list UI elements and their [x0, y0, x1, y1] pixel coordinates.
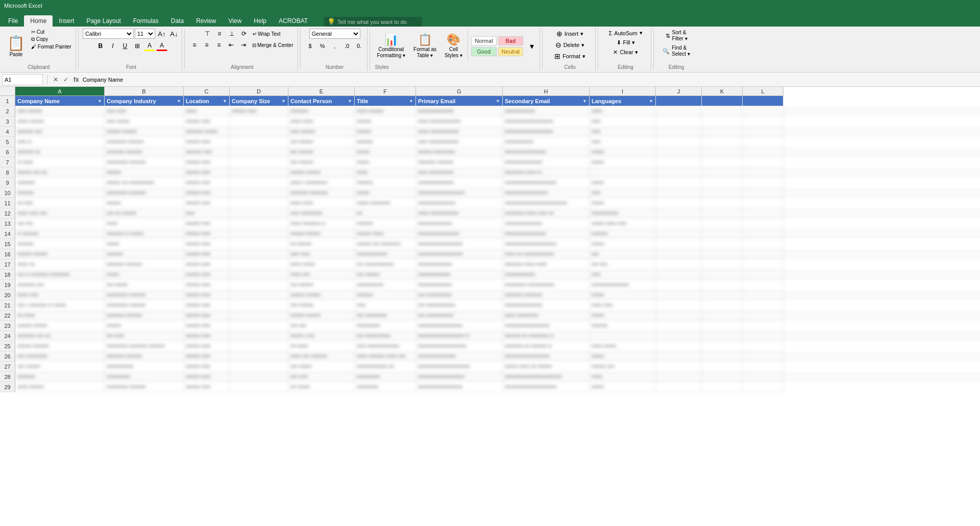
increase-indent-button[interactable]: ⇥: [238, 40, 249, 50]
data-cell[interactable]: •••••••• ••• ••••••••••••••: [105, 178, 184, 188]
data-cell[interactable]: •••••••••••••••••••••••••: [503, 321, 590, 331]
tab-view[interactable]: View: [223, 15, 248, 27]
data-cell[interactable]: •• ••••••: [15, 157, 105, 168]
cell-L1[interactable]: [743, 96, 783, 106]
data-cell[interactable]: [656, 362, 702, 372]
confirm-formula-icon[interactable]: ✓: [62, 76, 70, 84]
cell-F1[interactable]: Title ▼: [355, 96, 416, 106]
data-cell[interactable]: [656, 351, 702, 362]
data-cell[interactable]: [230, 229, 288, 239]
orientation-button[interactable]: ⟳: [238, 29, 250, 39]
data-cell[interactable]: •••••••••••••••••••••: [503, 300, 590, 310]
data-cell[interactable]: •••• ••••••••: [15, 362, 105, 372]
data-cell[interactable]: [743, 116, 783, 127]
data-cell[interactable]: •••••• ••••••••• •••••• ••••: [355, 351, 416, 362]
styles-scroll-button[interactable]: ▾: [526, 41, 537, 51]
data-cell[interactable]: •••• ••••••••: [288, 157, 355, 168]
data-cell[interactable]: [590, 168, 656, 178]
tab-data[interactable]: Data: [165, 15, 190, 27]
data-cell[interactable]: ••••••: [105, 219, 184, 229]
data-cell[interactable]: •••••••••• •••••••••: [105, 259, 184, 270]
align-left-button[interactable]: ≡: [189, 40, 200, 50]
data-cell[interactable]: [656, 116, 702, 127]
data-cell[interactable]: •••••• ••••••••••••: [503, 310, 590, 321]
data-cell[interactable]: ••••••••• ••• ••••••••••• ••: [503, 331, 590, 341]
data-cell[interactable]: •••••••••••••••••••: [416, 259, 503, 270]
data-cell[interactable]: ••••••••••• •••••• ••••• •••: [503, 208, 590, 219]
data-cell[interactable]: •••• ••••••••••••: [15, 351, 105, 362]
data-cell[interactable]: ••••••: [590, 372, 656, 382]
data-cell[interactable]: •••••••••: [355, 178, 416, 188]
fill-button[interactable]: ⬇ Fill ▾: [615, 38, 637, 47]
data-cell[interactable]: •••••: [590, 116, 656, 127]
data-cell[interactable]: [702, 341, 743, 351]
filter-A1[interactable]: ▼: [97, 99, 102, 104]
fill-color-button[interactable]: A: [144, 41, 155, 51]
data-cell[interactable]: •••• ••••••••: [288, 280, 355, 290]
data-cell[interactable]: •••• ••••••••••••••••: [355, 259, 416, 270]
data-cell[interactable]: [656, 178, 702, 188]
data-cell[interactable]: [743, 310, 783, 321]
data-cell[interactable]: ••••••••• •••••: [184, 147, 230, 157]
data-cell[interactable]: •••• • •••••••••• •• •••••••: [15, 300, 105, 310]
data-cell[interactable]: •••: [355, 208, 416, 219]
data-cell[interactable]: [702, 219, 743, 229]
data-cell[interactable]: ••••• •••••: [105, 106, 184, 116]
data-cell[interactable]: •••••••• •••••: [184, 300, 230, 310]
data-cell[interactable]: •••••••••••••••••••••••••••••: [503, 239, 590, 249]
data-cell[interactable]: [743, 208, 783, 219]
data-cell[interactable]: •••• ••••: [288, 321, 355, 331]
data-cell[interactable]: [702, 208, 743, 219]
data-cell[interactable]: [702, 127, 743, 137]
col-header-F[interactable]: F: [355, 87, 416, 96]
wrap-text-button[interactable]: ↵ Wrap Text: [251, 29, 283, 39]
data-cell[interactable]: •••••: [355, 300, 416, 310]
data-cell[interactable]: [656, 382, 702, 392]
data-cell[interactable]: •••• •• •••••••••• •••••••••••: [15, 270, 105, 280]
data-cell[interactable]: •••••••• •••• •••••••••••: [355, 239, 416, 249]
data-cell[interactable]: [702, 239, 743, 249]
data-cell[interactable]: •••••••••• ••••••••••: [288, 188, 355, 198]
data-cell[interactable]: •••••••••••• •••••••••: [105, 157, 184, 168]
data-cell[interactable]: [656, 270, 702, 280]
data-cell[interactable]: •••••••• ••••••••: [288, 290, 355, 300]
data-cell[interactable]: [743, 106, 783, 116]
data-cell[interactable]: [656, 208, 702, 219]
data-cell[interactable]: ••••••••: [105, 321, 184, 331]
data-cell[interactable]: [743, 259, 783, 270]
data-cell[interactable]: •••••••••• •••••••••: [105, 351, 184, 362]
data-cell[interactable]: •••••••• •••••: [184, 239, 230, 249]
data-cell[interactable]: ••••••••••••••••••••: [416, 178, 503, 188]
data-cell[interactable]: ••••: [590, 249, 656, 259]
paste-button[interactable]: 📋 Paste: [4, 29, 28, 63]
data-cell[interactable]: [230, 188, 288, 198]
data-cell[interactable]: ••••••••••: [15, 372, 105, 382]
data-cell[interactable]: [702, 300, 743, 310]
data-cell[interactable]: ••••• •••••: [288, 249, 355, 259]
data-cell[interactable]: ••••••••••• •••••• ••: [503, 168, 590, 178]
tab-review[interactable]: Review: [190, 15, 222, 27]
data-cell[interactable]: •••••••••••••: [355, 321, 416, 331]
data-cell[interactable]: [656, 168, 702, 178]
font-size-select[interactable]: 11: [135, 29, 155, 39]
data-cell[interactable]: •••••••••• •••• •••: [15, 331, 105, 341]
data-cell[interactable]: •••••••••••• •••••••••• •••••••••: [105, 341, 184, 351]
data-cell[interactable]: [656, 127, 702, 137]
data-cell[interactable]: •••••••• •••••••••: [15, 341, 105, 351]
insert-button[interactable]: ⊕ Insert ▾: [554, 29, 586, 39]
data-cell[interactable]: •••••••••••••••••••••••••••: [503, 127, 590, 137]
neutral-style[interactable]: Neutral: [498, 47, 523, 56]
data-cell[interactable]: [230, 219, 288, 229]
cell-C1[interactable]: Location ▼: [184, 96, 230, 106]
data-cell[interactable]: •••••••••••••••••••••: [503, 157, 590, 168]
data-cell[interactable]: [702, 168, 743, 178]
data-cell[interactable]: ••• ••••••: [288, 341, 355, 351]
align-middle-button[interactable]: ≡: [214, 29, 225, 39]
normal-style[interactable]: Normal: [471, 36, 496, 45]
data-cell[interactable]: ••••••••••••••••••••••••••••••••: [503, 372, 590, 382]
data-cell[interactable]: •••••••: [590, 239, 656, 249]
data-cell[interactable]: •••••••• ••••: [590, 362, 656, 372]
data-cell[interactable]: ••••• ••••••••••••: [288, 208, 355, 219]
cell-A1[interactable]: Company Name ▼: [15, 96, 105, 106]
data-cell[interactable]: •••••••••••••••••••••: [590, 280, 656, 290]
